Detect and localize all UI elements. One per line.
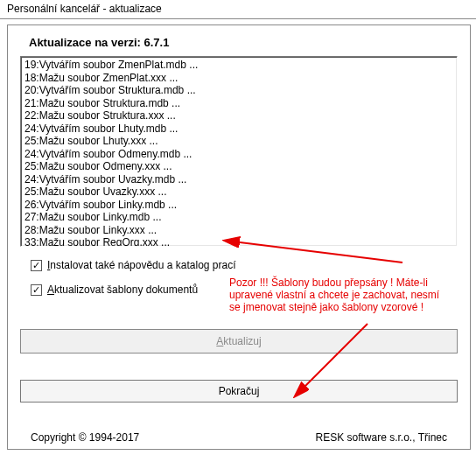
log-line: 25:Mažu soubor Uvazky.xxx ... xyxy=(24,186,453,199)
install-help-label: Instalovat také nápovědu a katalog prací xyxy=(47,259,236,271)
log-line: 25:Mažu soubor Odmeny.xxx ... xyxy=(24,160,453,173)
update-log[interactable]: 19:Vytvářím soubor ZmenPlat.mdb ...18:Ma… xyxy=(20,56,458,247)
log-line: 22:Mažu soubor Struktura.xxx ... xyxy=(24,109,453,122)
copyright-text: Copyright © 1994-2017 xyxy=(31,431,139,444)
install-help-checkbox[interactable]: ✓ xyxy=(31,260,42,271)
log-line: 26:Vytvářím soubor Linky.mdb ... xyxy=(24,199,453,212)
log-line: 27:Mažu soubor Linky.mdb ... xyxy=(24,211,453,224)
main-frame: Aktualizace na verzi: 6.7.1 19:Vytvářím … xyxy=(7,24,471,450)
install-help-row[interactable]: ✓ Instalovat také nápovědu a katalog pra… xyxy=(31,259,458,271)
vendor-text: RESK software s.r.o., Třinec xyxy=(316,431,448,444)
log-line: 24:Vytvářím soubor Lhuty.mdb ... xyxy=(24,122,453,136)
update-button: Aktualizuj xyxy=(20,329,458,354)
log-line: 33:Mažu soubor RegOrg.xxx ... xyxy=(24,236,453,247)
warning-text: Pozor !!! Šablony budou přepsány ! Máte-… xyxy=(229,276,448,313)
log-line: 19:Vytvářím soubor ZmenPlat.mdb ... xyxy=(24,59,453,72)
log-line: 20:Vytvářím soubor Struktura.mdb ... xyxy=(24,84,453,97)
log-line: 18:Mažu soubor ZmenPlat.xxx ... xyxy=(24,72,453,85)
log-line: 24:Vytvářím soubor Odmeny.mdb ... xyxy=(24,148,453,161)
log-line: 25:Mažu soubor Lhuty.xxx ... xyxy=(24,135,453,148)
update-templates-checkbox[interactable]: ✓ xyxy=(31,284,42,296)
page-title: Aktualizace na verzi: 6.7.1 xyxy=(29,36,458,49)
log-line: 24:Vytvářím soubor Uvazky.mdb ... xyxy=(24,173,453,186)
log-line: 21:Mažu soubor Struktura.mdb ... xyxy=(24,97,453,110)
continue-button[interactable]: Pokračuj xyxy=(20,380,458,402)
window-title: Personální kancelář - aktualizace xyxy=(0,0,476,19)
footer: Copyright © 1994-2017 RESK software s.r.… xyxy=(31,431,447,444)
log-line: 28:Mažu soubor Linky.xxx ... xyxy=(24,224,453,237)
update-templates-label: Aktualizovat šablony dokumentů xyxy=(47,284,198,296)
